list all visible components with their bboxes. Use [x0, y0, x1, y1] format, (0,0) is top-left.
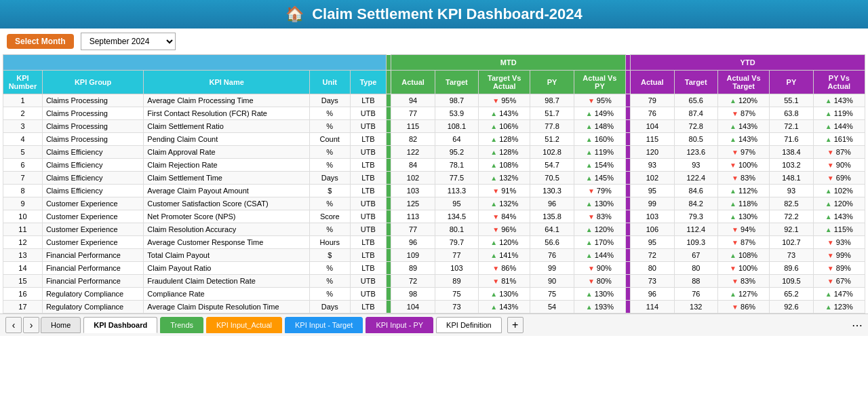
cell-ytd-py: 72.2 — [770, 210, 813, 223]
cell-mtd-avspy: ▲ 193% — [574, 301, 625, 314]
nav-prev-button[interactable]: ‹ — [5, 317, 22, 333]
table-row: 8 Claims Efficiency Average Claim Payout… — [3, 185, 865, 197]
empty-group-header — [3, 55, 387, 71]
cell-unit: % — [309, 146, 350, 159]
cell-ytd-tva: ▲ 130% — [717, 210, 769, 223]
cell-kpi-name: Pending Claim Count — [144, 133, 310, 146]
cell-ytd-avspy: ▲ 144% — [813, 120, 865, 133]
cell-mtd-actual: 113 — [391, 210, 435, 223]
cell-ytd-tva: ▼ 83% — [717, 275, 769, 288]
cell-kpi-name: Average Claim Payout Amount — [144, 185, 310, 197]
cell-ytd-py: 73 — [770, 249, 813, 262]
cell-mtd-avspy: ▼ 83% — [574, 210, 625, 223]
cell-mtd-tva: ▲ 120% — [479, 236, 530, 249]
cell-ytd-actual: 95 — [631, 185, 674, 197]
cell-ytd-tva: ▼ 87% — [717, 236, 769, 249]
cell-kpi-num: 8 — [3, 185, 43, 197]
cell-mtd-target: 134.5 — [435, 210, 478, 223]
cell-ytd-py: 89.6 — [770, 262, 813, 275]
col-ytd-py: PY — [770, 71, 813, 94]
cell-ytd-py: 93 — [770, 185, 813, 197]
cell-ytd-avspy: ▲ 120% — [813, 197, 865, 210]
cell-mtd-tva: ▲ 141% — [479, 249, 530, 262]
select-month-label: Select Month — [7, 34, 74, 49]
cell-mtd-actual: 84 — [391, 159, 435, 172]
cell-type: UTB — [350, 210, 387, 223]
cell-mtd-actual: 89 — [391, 262, 435, 275]
table-row: 12 Customer Experience Average Customer … — [3, 236, 865, 249]
col-ytd-tva: Actual VsTarget — [717, 71, 769, 94]
cell-unit: Hours — [309, 236, 350, 249]
cell-mtd-py: 98.7 — [530, 94, 574, 107]
cell-type: LTB — [350, 172, 387, 185]
tab-home[interactable]: Home — [41, 317, 81, 333]
cell-mtd-avspy: ▲ 145% — [574, 172, 625, 185]
cell-kpi-name: Net Promoter Score (NPS) — [144, 210, 310, 223]
cell-kpi-name: Average Customer Response Time — [144, 236, 310, 249]
more-options-icon[interactable]: ⋯ — [852, 319, 863, 332]
cell-kpi-name: Average Claim Dispute Resolution Time — [144, 301, 310, 314]
table-row: 5 Claims Efficiency Claim Approval Rate … — [3, 146, 865, 159]
nav-next-button[interactable]: › — [23, 317, 39, 333]
tab-kpi-input-target[interactable]: KPI Input - Target — [285, 317, 363, 333]
cell-mtd-target: 73 — [435, 301, 478, 314]
cell-unit: $ — [309, 185, 350, 197]
cell-ytd-avspy: ▼ 99% — [813, 249, 865, 262]
tab-trends[interactable]: Trends — [160, 317, 203, 333]
table-row: 1 Claims Processing Average Claim Proces… — [3, 94, 865, 107]
cell-ytd-avspy: ▼ 87% — [813, 146, 865, 159]
home-icon: 🏠 — [285, 5, 304, 23]
table-row: 7 Claims Efficiency Claim Settlement Tim… — [3, 172, 865, 185]
tab-kpi-input-py[interactable]: KPI Input - PY — [366, 317, 433, 333]
cell-type: LTB — [350, 236, 387, 249]
cell-mtd-tva: ▲ 128% — [479, 133, 530, 146]
cell-kpi-group: Claims Processing — [42, 133, 143, 146]
table-row: 13 Financial Performance Total Claim Pay… — [3, 249, 865, 262]
cell-ytd-py: 55.1 — [770, 94, 813, 107]
cell-kpi-name: First Contact Resolution (FCR) Rate — [144, 107, 310, 120]
cell-type: LTB — [350, 94, 387, 107]
cell-ytd-py: 102.7 — [770, 236, 813, 249]
cell-ytd-actual: 93 — [631, 159, 674, 172]
cell-mtd-target: 108.1 — [435, 120, 478, 133]
cell-ytd-py: 92.6 — [770, 301, 813, 314]
cell-kpi-name: Average Claim Processing Time — [144, 94, 310, 107]
cell-kpi-num: 17 — [3, 301, 43, 314]
col-mtd-target: Target — [435, 71, 478, 94]
month-selector[interactable]: September 2024 October 2024 — [81, 33, 176, 50]
cell-mtd-tva: ▼ 91% — [479, 185, 530, 197]
table-row: 14 Financial Performance Claim Payout Ra… — [3, 262, 865, 275]
cell-ytd-tva: ▲ 127% — [717, 288, 769, 301]
tab-kpi-input-actual[interactable]: KPI Input_Actual — [206, 317, 282, 333]
cell-mtd-target: 95 — [435, 197, 478, 210]
cell-unit: $ — [309, 249, 350, 262]
cell-ytd-tva: ▼ 87% — [717, 107, 769, 120]
cell-kpi-group: Claims Efficiency — [42, 172, 143, 185]
cell-ytd-target: 84.6 — [674, 185, 717, 197]
cell-ytd-avspy: ▲ 115% — [813, 223, 865, 236]
cell-ytd-py: 72.1 — [770, 120, 813, 133]
tab-kpi-dashboard[interactable]: KPI Dashboard — [83, 317, 157, 333]
cell-ytd-tva: ▲ 112% — [717, 185, 769, 197]
table-row: 2 Claims Processing First Contact Resolu… — [3, 107, 865, 120]
cell-mtd-py: 54.7 — [530, 159, 574, 172]
cell-ytd-target: 123.6 — [674, 146, 717, 159]
add-sheet-button[interactable]: + — [507, 317, 524, 333]
cell-mtd-avspy: ▲ 130% — [574, 197, 625, 210]
table-row: 11 Customer Experience Claim Resolution … — [3, 223, 865, 236]
cell-ytd-tva: ▼ 100% — [717, 159, 769, 172]
cell-unit: % — [309, 275, 350, 288]
cell-mtd-target: 103 — [435, 262, 478, 275]
cell-kpi-num: 16 — [3, 288, 43, 301]
col-ytd-target: Target — [674, 71, 717, 94]
cell-mtd-target: 75 — [435, 288, 478, 301]
table-row: 4 Claims Processing Pending Claim Count … — [3, 133, 865, 146]
kpi-table: MTD YTD KPINumber KPI Group KPI Name Uni… — [3, 54, 865, 314]
cell-mtd-avspy: ▲ 149% — [574, 107, 625, 120]
cell-mtd-tva: ▼ 84% — [479, 210, 530, 223]
cell-mtd-avspy: ▲ 160% — [574, 133, 625, 146]
tab-kpi-definition[interactable]: KPI Definition — [436, 317, 502, 333]
cell-mtd-py: 102.8 — [530, 146, 574, 159]
cell-kpi-group: Claims Efficiency — [42, 159, 143, 172]
cell-mtd-tva: ▼ 86% — [479, 262, 530, 275]
